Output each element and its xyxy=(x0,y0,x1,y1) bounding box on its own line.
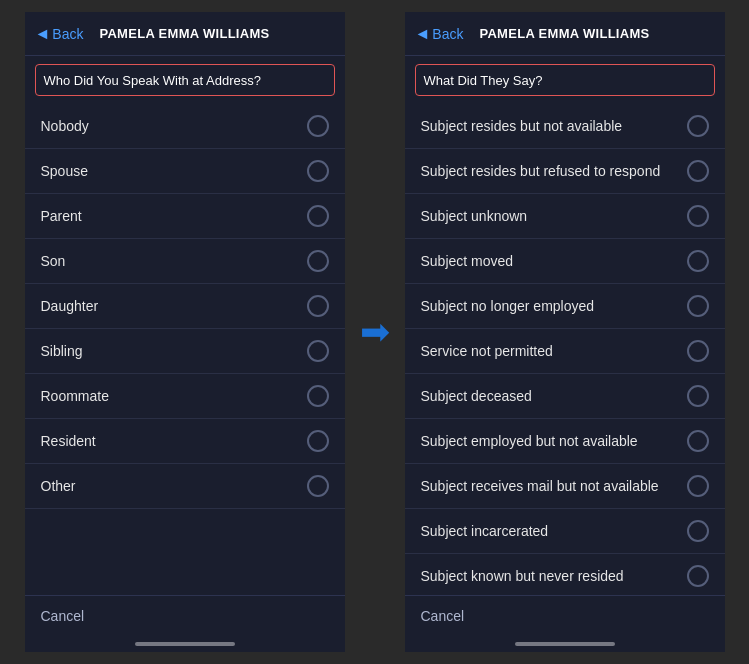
right-cancel-button[interactable]: Cancel xyxy=(421,608,709,624)
left-cancel-button[interactable]: Cancel xyxy=(41,608,329,624)
right-radio-9[interactable] xyxy=(687,520,709,542)
list-item[interactable]: Subject known but never resided xyxy=(405,554,725,595)
left-footer: Cancel xyxy=(25,595,345,636)
list-item[interactable]: Service not permitted xyxy=(405,329,725,374)
left-item-label-5: Sibling xyxy=(41,343,83,359)
left-radio-5[interactable] xyxy=(307,340,329,362)
left-radio-4[interactable] xyxy=(307,295,329,317)
list-item[interactable]: Subject no longer employed xyxy=(405,284,725,329)
list-item[interactable]: Nobody xyxy=(25,104,345,149)
right-radio-6[interactable] xyxy=(687,385,709,407)
right-radio-3[interactable] xyxy=(687,250,709,272)
next-arrow-icon: ➡ xyxy=(360,314,390,350)
list-item[interactable]: Subject unknown xyxy=(405,194,725,239)
right-item-label-0: Subject resides but not available xyxy=(421,118,623,134)
right-radio-10[interactable] xyxy=(687,565,709,587)
left-item-label-1: Spouse xyxy=(41,163,88,179)
left-screen: ◄ Back PAMELA EMMA WILLIAMS Who Did You … xyxy=(25,12,345,652)
left-radio-6[interactable] xyxy=(307,385,329,407)
right-item-label-6: Subject deceased xyxy=(421,388,532,404)
right-item-label-3: Subject moved xyxy=(421,253,514,269)
right-header: ◄ Back PAMELA EMMA WILLIAMS xyxy=(405,12,725,56)
left-radio-8[interactable] xyxy=(307,475,329,497)
right-item-label-1: Subject resides but refused to respond xyxy=(421,163,661,179)
right-radio-7[interactable] xyxy=(687,430,709,452)
right-question-text: What Did They Say? xyxy=(424,73,543,88)
left-home-indicator xyxy=(25,636,345,652)
list-item[interactable]: Parent xyxy=(25,194,345,239)
left-back-button[interactable]: ◄ Back xyxy=(35,25,84,43)
list-item[interactable]: Spouse xyxy=(25,149,345,194)
left-radio-2[interactable] xyxy=(307,205,329,227)
right-footer: Cancel xyxy=(405,595,725,636)
list-item[interactable]: Subject deceased xyxy=(405,374,725,419)
right-screen: ◄ Back PAMELA EMMA WILLIAMS What Did The… xyxy=(405,12,725,652)
left-item-label-8: Other xyxy=(41,478,76,494)
left-radio-7[interactable] xyxy=(307,430,329,452)
list-item[interactable]: Roommate xyxy=(25,374,345,419)
main-container: ◄ Back PAMELA EMMA WILLIAMS Who Did You … xyxy=(0,0,749,664)
right-radio-5[interactable] xyxy=(687,340,709,362)
right-item-label-7: Subject employed but not available xyxy=(421,433,638,449)
right-back-label: Back xyxy=(432,26,463,42)
left-question-box: Who Did You Speak With at Address? xyxy=(35,64,335,96)
list-item[interactable]: Subject resides but refused to respond xyxy=(405,149,725,194)
right-item-label-2: Subject unknown xyxy=(421,208,528,224)
left-item-label-7: Resident xyxy=(41,433,96,449)
left-header: ◄ Back PAMELA EMMA WILLIAMS xyxy=(25,12,345,56)
right-header-title: PAMELA EMMA WILLIAMS xyxy=(479,26,649,41)
right-home-bar xyxy=(515,642,615,646)
list-item[interactable]: Son xyxy=(25,239,345,284)
right-radio-1[interactable] xyxy=(687,160,709,182)
right-back-button[interactable]: ◄ Back xyxy=(415,25,464,43)
list-item[interactable]: Sibling xyxy=(25,329,345,374)
right-item-label-8: Subject receives mail but not available xyxy=(421,478,659,494)
right-back-chevron-icon: ◄ xyxy=(415,25,431,43)
left-item-label-0: Nobody xyxy=(41,118,89,134)
list-item[interactable]: Daughter xyxy=(25,284,345,329)
list-item[interactable]: Subject moved xyxy=(405,239,725,284)
left-radio-0[interactable] xyxy=(307,115,329,137)
list-item[interactable]: Subject receives mail but not available xyxy=(405,464,725,509)
left-question-text: Who Did You Speak With at Address? xyxy=(44,73,262,88)
list-item[interactable]: Resident xyxy=(25,419,345,464)
left-radio-1[interactable] xyxy=(307,160,329,182)
list-item[interactable]: Subject incarcerated xyxy=(405,509,725,554)
right-home-indicator xyxy=(405,636,725,652)
right-radio-2[interactable] xyxy=(687,205,709,227)
right-radio-4[interactable] xyxy=(687,295,709,317)
right-item-label-5: Service not permitted xyxy=(421,343,553,359)
right-radio-0[interactable] xyxy=(687,115,709,137)
left-header-title: PAMELA EMMA WILLIAMS xyxy=(99,26,269,41)
left-home-bar xyxy=(135,642,235,646)
left-item-label-4: Daughter xyxy=(41,298,99,314)
right-item-label-4: Subject no longer employed xyxy=(421,298,595,314)
list-item[interactable]: Subject employed but not available xyxy=(405,419,725,464)
arrow-container: ➡ xyxy=(345,314,405,350)
right-item-label-10: Subject known but never resided xyxy=(421,568,624,584)
right-list: Subject resides but not available Subjec… xyxy=(405,104,725,595)
list-item[interactable]: Subject resides but not available xyxy=(405,104,725,149)
left-item-label-6: Roommate xyxy=(41,388,109,404)
left-item-label-3: Son xyxy=(41,253,66,269)
left-back-label: Back xyxy=(52,26,83,42)
right-item-label-9: Subject incarcerated xyxy=(421,523,549,539)
right-question-box: What Did They Say? xyxy=(415,64,715,96)
right-radio-8[interactable] xyxy=(687,475,709,497)
left-back-chevron-icon: ◄ xyxy=(35,25,51,43)
left-radio-3[interactable] xyxy=(307,250,329,272)
left-list: Nobody Spouse Parent Son Daughter Siblin… xyxy=(25,104,345,595)
list-item[interactable]: Other xyxy=(25,464,345,509)
left-item-label-2: Parent xyxy=(41,208,82,224)
